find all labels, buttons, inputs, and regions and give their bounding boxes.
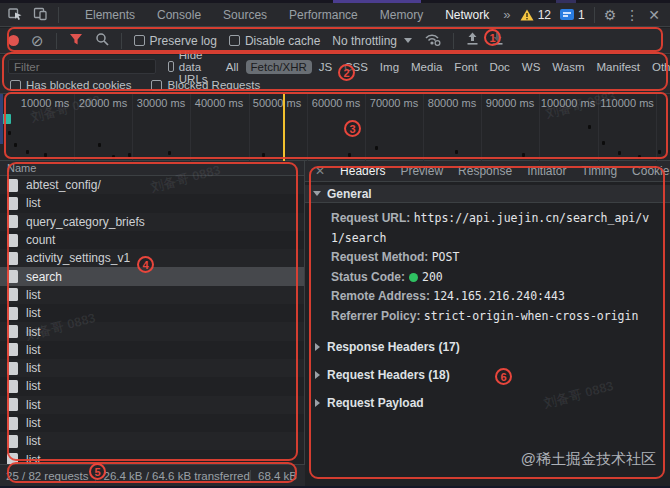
section-title: Request Headers (18) bbox=[327, 368, 450, 382]
general-item: Request URL: https://api.juejin.cn/searc… bbox=[331, 209, 660, 248]
name-column-header[interactable]: Name bbox=[0, 161, 304, 176]
filter-input[interactable] bbox=[8, 59, 156, 74]
disable-cache-checkbox[interactable]: Disable cache bbox=[229, 34, 320, 48]
export-har-icon[interactable] bbox=[491, 32, 504, 49]
tab-network[interactable]: Network bbox=[445, 8, 489, 22]
request-details-panel: ✕ Headers Preview Response Initiator Tim… bbox=[305, 161, 670, 486]
request-payload-section[interactable]: Request Payload bbox=[305, 396, 670, 410]
request-type-filters: All Fetch/XHR JS CSS Img Media Font Doc … bbox=[221, 60, 670, 74]
tab-memory[interactable]: Memory bbox=[380, 8, 423, 22]
record-network-log-button[interactable] bbox=[8, 35, 19, 46]
request-row[interactable]: list bbox=[0, 304, 304, 322]
request-row[interactable]: list bbox=[0, 341, 304, 359]
filter-pill-font[interactable]: Font bbox=[449, 60, 482, 74]
request-name: list bbox=[26, 288, 41, 302]
general-key: Status Code: bbox=[331, 270, 405, 284]
timeline-tick: 90000 ms bbox=[486, 97, 534, 109]
device-toolbar-icon[interactable] bbox=[33, 6, 48, 24]
preserve-log-checkbox[interactable]: Preserve log bbox=[134, 34, 217, 48]
filter-pill-css[interactable]: CSS bbox=[339, 60, 373, 74]
clear-network-log-icon[interactable]: ⊘ bbox=[31, 33, 44, 48]
response-headers-section[interactable]: Response Headers (17) bbox=[305, 340, 670, 354]
file-icon bbox=[7, 380, 18, 393]
file-icon bbox=[7, 270, 18, 283]
inspect-element-icon[interactable] bbox=[8, 6, 23, 24]
request-row[interactable]: list bbox=[0, 396, 304, 414]
request-row[interactable]: abtest_config/ bbox=[0, 176, 304, 194]
expand-triangle-icon bbox=[315, 343, 320, 351]
request-row[interactable]: list bbox=[0, 377, 304, 395]
close-devtools-icon[interactable]: ✕ bbox=[648, 8, 660, 22]
request-row[interactable]: list bbox=[0, 432, 304, 450]
request-row[interactable]: list bbox=[0, 286, 304, 304]
details-tab-preview[interactable]: Preview bbox=[400, 164, 443, 178]
request-row[interactable]: list bbox=[0, 450, 304, 464]
more-tabs-chevron-icon[interactable]: » bbox=[503, 7, 510, 22]
filter-pill-other[interactable]: Other bbox=[647, 60, 670, 74]
details-tab-headers[interactable]: Headers bbox=[340, 164, 385, 178]
tab-console[interactable]: Console bbox=[157, 8, 201, 22]
request-row[interactable]: list bbox=[0, 359, 304, 377]
request-name: list bbox=[26, 325, 41, 339]
filter-pill-manifest[interactable]: Manifest bbox=[592, 60, 645, 74]
details-tab-cookies[interactable]: Cookies bbox=[632, 164, 670, 178]
tab-performance[interactable]: Performance bbox=[289, 8, 358, 22]
details-tab-timing[interactable]: Timing bbox=[582, 164, 618, 178]
general-value: strict-origin-when-cross-origin bbox=[424, 309, 639, 323]
filter-pill-media[interactable]: Media bbox=[406, 60, 447, 74]
waterfall-bar bbox=[2, 114, 11, 124]
timeline-tick: 70000 ms bbox=[370, 97, 418, 109]
request-row[interactable]: list bbox=[0, 414, 304, 432]
network-overview-timeline[interactable]: 10000 ms 20000 ms 30000 ms 40000 ms 5000… bbox=[0, 94, 670, 161]
filter-pill-doc[interactable]: Doc bbox=[484, 60, 514, 74]
general-section-header[interactable]: General bbox=[305, 185, 670, 203]
request-row[interactable]: list bbox=[0, 322, 304, 340]
warnings-badge[interactable]: 12 bbox=[520, 8, 551, 22]
resources-size: 68.4 kB bbox=[258, 470, 299, 482]
filter-pill-img[interactable]: Img bbox=[375, 60, 404, 74]
tab-sources[interactable]: Sources bbox=[223, 8, 267, 22]
filter-funnel-icon[interactable] bbox=[69, 33, 83, 49]
request-row[interactable]: list bbox=[0, 194, 304, 212]
filter-pill-ws[interactable]: WS bbox=[517, 60, 546, 74]
throttling-dropdown[interactable]: No throttling bbox=[332, 34, 412, 48]
has-blocked-cookies-checkbox[interactable]: Has blocked cookies bbox=[10, 79, 131, 91]
devtools-window: Elements Console Sources Performance Mem… bbox=[0, 3, 670, 483]
network-conditions-icon[interactable] bbox=[424, 32, 441, 49]
request-name: list bbox=[26, 416, 41, 430]
filter-pill-wasm[interactable]: Wasm bbox=[547, 60, 589, 74]
request-row[interactable]: count bbox=[0, 231, 304, 249]
request-row[interactable]: query_category_briefs bbox=[0, 213, 304, 231]
filter-pill-fetch-xhr[interactable]: Fetch/XHR bbox=[246, 60, 312, 74]
message-bubble-icon bbox=[560, 9, 574, 20]
general-key: Referrer Policy: bbox=[331, 309, 420, 323]
network-summary-statusbar: 25 / 82 requests 26.4 kB / 64.6 kB trans… bbox=[0, 464, 305, 486]
divider bbox=[453, 33, 454, 49]
close-details-icon[interactable]: ✕ bbox=[315, 164, 325, 178]
request-rows: abtest_config/ list query_category_brief… bbox=[0, 176, 304, 464]
divider bbox=[594, 7, 595, 23]
file-icon bbox=[7, 343, 18, 356]
filter-pill-js[interactable]: JS bbox=[314, 60, 337, 74]
request-row-selected[interactable]: search bbox=[0, 267, 304, 285]
tab-elements[interactable]: Elements bbox=[85, 8, 135, 22]
network-toolbar: ⊘ Preserve log Disable cache bbox=[0, 28, 670, 54]
file-icon bbox=[7, 435, 18, 448]
general-value: 200 bbox=[422, 270, 443, 284]
expand-triangle-icon bbox=[315, 399, 320, 407]
timeline-tick: 10000 ms bbox=[21, 97, 69, 109]
console-messages-badge[interactable]: 1 bbox=[560, 8, 585, 22]
settings-gear-icon[interactable]: ⚙ bbox=[604, 8, 617, 22]
blocked-requests-checkbox[interactable]: Blocked Requests bbox=[151, 79, 260, 91]
request-row[interactable]: activity_settings_v1 bbox=[0, 249, 304, 267]
kebab-menu-icon[interactable]: ⋮ bbox=[625, 8, 639, 22]
status-ok-icon bbox=[409, 273, 418, 282]
request-headers-section[interactable]: Request Headers (18) bbox=[305, 368, 670, 382]
file-icon bbox=[7, 307, 18, 320]
details-tab-initiator[interactable]: Initiator bbox=[527, 164, 566, 178]
import-har-icon[interactable] bbox=[466, 32, 479, 49]
filter-pill-all[interactable]: All bbox=[221, 60, 244, 74]
details-tab-response[interactable]: Response bbox=[458, 164, 512, 178]
search-icon[interactable] bbox=[95, 32, 109, 49]
page-edge-left bbox=[0, 94, 3, 144]
